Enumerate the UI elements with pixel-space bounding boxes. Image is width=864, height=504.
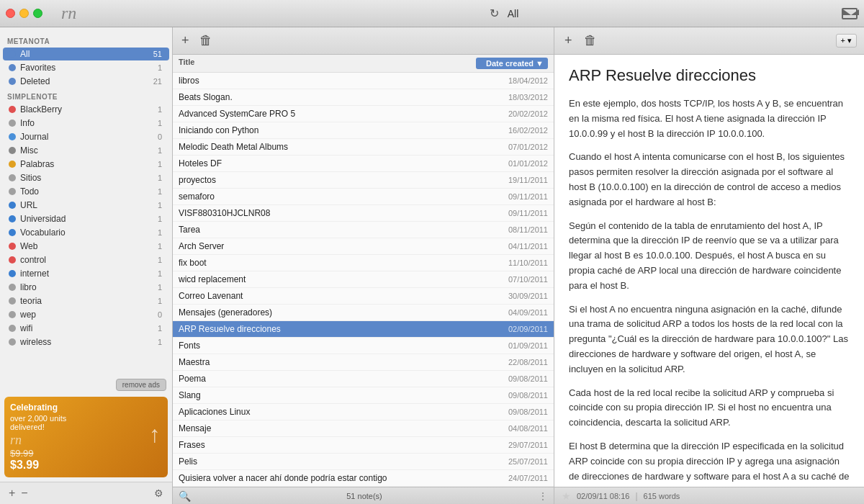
- notes-footer: 🔍 51 note(s) ⋮: [173, 487, 554, 504]
- note-row[interactable]: VISF880310HJCLNR08 09/11/2011: [173, 205, 554, 222]
- editor-panel: + 🗑 + ▾ ARP Resuelve direcciones En este…: [554, 27, 864, 504]
- sidebar-item-todo[interactable]: Todo 1: [3, 185, 169, 198]
- sidebar-item-web[interactable]: Web 1: [3, 240, 169, 253]
- note-title-cell: Arch Server: [179, 241, 476, 251]
- note-row[interactable]: Tarea 08/11/2011: [173, 222, 554, 238]
- note-title-cell: Frases: [179, 440, 476, 450]
- sidebar-item-control[interactable]: control 1: [3, 253, 169, 266]
- minimize-button[interactable]: [19, 9, 29, 18]
- editor-delete-button[interactable]: 🗑: [581, 32, 600, 50]
- sidebar-item-wifi[interactable]: wifi 1: [3, 322, 169, 335]
- note-row[interactable]: Melodic Death Metal Albums 07/01/2012: [173, 139, 554, 156]
- editor-add-button[interactable]: +: [562, 32, 575, 50]
- sidebar-item-favorites[interactable]: Favorites 1: [3, 61, 169, 74]
- remove-ads-button[interactable]: remove ads: [116, 379, 166, 391]
- sidebar-item-blackberry[interactable]: BlackBerry 1: [3, 103, 169, 116]
- titlebar: rn ↻ All: [0, 0, 864, 27]
- note-row[interactable]: Quisiera volver a nacer ahí donde podría…: [173, 470, 554, 487]
- note-row[interactable]: wicd replacement 07/10/2011: [173, 271, 554, 288]
- refresh-icon[interactable]: ↻: [490, 6, 499, 20]
- note-body[interactable]: En este ejemplo, dos hosts TCP/IP, los h…: [569, 96, 850, 487]
- sidebar-item-teoria[interactable]: teoria 1: [3, 294, 169, 307]
- note-date-cell: 07/10/2011: [476, 275, 548, 284]
- editor-content[interactable]: ARP Resuelve direcciones En este ejemplo…: [554, 55, 864, 487]
- editor-footer: ★ 02/09/11 08:16 | 615 words: [554, 487, 864, 504]
- notes-toolbar: + 🗑: [173, 27, 554, 55]
- note-row[interactable]: Frases 29/07/2011: [173, 437, 554, 454]
- deleted-label: Deleted: [20, 76, 153, 86]
- col-date-header[interactable]: Date created ▼: [476, 58, 548, 69]
- note-row[interactable]: Maestra 22/08/2011: [173, 354, 554, 371]
- dot-internet: [9, 270, 16, 277]
- note-title-cell: Advanced SystemCare PRO 5: [179, 109, 476, 119]
- sidebar-footer: + − ⚙: [0, 482, 172, 504]
- note-row[interactable]: Pelis 25/07/2011: [173, 454, 554, 470]
- note-date-cell: 22/08/2011: [476, 358, 548, 366]
- notes-list[interactable]: libros 18/04/2012 Beats Slogan. 18/03/20…: [173, 73, 554, 487]
- remove-note-button[interactable]: −: [18, 485, 30, 501]
- deleted-dot: [9, 78, 16, 85]
- note-row[interactable]: Correo Lavenant 30/09/2011: [173, 288, 554, 305]
- app-logo: rn: [61, 4, 76, 23]
- count-blackberry: 1: [158, 105, 162, 114]
- note-title: ARP Resuelve direcciones: [569, 66, 850, 85]
- close-button[interactable]: [6, 9, 15, 18]
- favorites-count: 1: [158, 63, 162, 72]
- sidebar-item-libro[interactable]: libro 1: [3, 281, 169, 294]
- add-note-button[interactable]: +: [6, 485, 18, 501]
- note-row[interactable]: Slang 09/08/2011: [173, 387, 554, 404]
- sidebar-scroll[interactable]: METANOTA All 51 Favorites 1 Deleted 21 S…: [0, 27, 172, 377]
- label-web: Web: [20, 241, 158, 251]
- sidebar-item-misc[interactable]: Misc 1: [3, 144, 169, 157]
- sidebar-item-all[interactable]: All 51: [3, 48, 169, 60]
- note-row[interactable]: semaforo 09/11/2011: [173, 189, 554, 205]
- note-row[interactable]: Mensaje 04/08/2011: [173, 420, 554, 437]
- titlebar-left: rn: [0, 4, 173, 23]
- label-wifi: wifi: [20, 323, 158, 333]
- count-internet: 1: [158, 269, 162, 278]
- note-row[interactable]: Beats Slogan. 18/03/2012: [173, 89, 554, 106]
- note-row[interactable]: ARP Resuelve direcciones 02/09/2011: [173, 321, 554, 338]
- sidebar-item-url[interactable]: URL 1: [3, 199, 169, 212]
- note-row[interactable]: Advanced SystemCare PRO 5 20/02/2012: [173, 106, 554, 122]
- sidebar-item-vocabulario[interactable]: Vocabulario 1: [3, 226, 169, 239]
- delete-note-toolbar-button[interactable]: 🗑: [198, 32, 214, 50]
- note-row[interactable]: Fonts 01/09/2011: [173, 338, 554, 354]
- note-row[interactable]: libros 18/04/2012: [173, 73, 554, 89]
- star-icon[interactable]: ★: [562, 490, 571, 502]
- resize-handle[interactable]: ⋮: [538, 490, 548, 502]
- sidebar-item-sitios[interactable]: Sitios 1: [3, 171, 169, 184]
- sidebar-item-wireless[interactable]: wireless 1: [3, 336, 169, 348]
- label-info: Info: [20, 118, 158, 128]
- note-row[interactable]: Iniciando con Python 16/02/2012: [173, 122, 554, 139]
- sidebar-item-palabras[interactable]: Palabras 1: [3, 158, 169, 171]
- dot-web: [9, 243, 16, 250]
- note-title-cell: Mensaje: [179, 423, 476, 433]
- expand-button[interactable]: + ▾: [836, 34, 857, 48]
- note-row[interactable]: Poema 09/08/2011: [173, 371, 554, 387]
- dot-journal: [9, 133, 16, 140]
- note-date-cell: 09/11/2011: [476, 209, 548, 217]
- sidebar-item-internet[interactable]: internet 1: [3, 267, 169, 280]
- settings-icon[interactable]: ⚙: [151, 486, 166, 500]
- search-icon[interactable]: 🔍: [179, 490, 191, 502]
- sidebar-item-deleted[interactable]: Deleted 21: [3, 75, 169, 88]
- maximize-button[interactable]: [33, 9, 42, 18]
- note-row[interactable]: Aplicaciones Linux 09/08/2011: [173, 404, 554, 420]
- note-row[interactable]: proyectos 19/11/2011: [173, 172, 554, 189]
- add-note-toolbar-button[interactable]: +: [180, 32, 191, 50]
- sidebar-item-info[interactable]: Info 1: [3, 117, 169, 130]
- note-row[interactable]: fix boot 11/10/2011: [173, 255, 554, 271]
- note-title-cell: Pelis: [179, 456, 476, 467]
- note-title-cell: Slang: [179, 390, 476, 400]
- sidebar-item-universidad[interactable]: Universidad 1: [3, 212, 169, 225]
- sidebar-item-journal[interactable]: Journal 0: [3, 130, 169, 143]
- sidebar-item-wep[interactable]: wep 0: [3, 308, 169, 321]
- note-row[interactable]: Arch Server 04/11/2011: [173, 238, 554, 255]
- email-icon[interactable]: [842, 8, 858, 19]
- note-date-cell: 09/08/2011: [476, 374, 548, 383]
- note-row[interactable]: Mensajes (generadores) 04/09/2011: [173, 305, 554, 321]
- all-label: All: [20, 49, 153, 59]
- note-row[interactable]: Hoteles DF 01/01/2012: [173, 156, 554, 172]
- col-title-header: Title: [179, 58, 476, 69]
